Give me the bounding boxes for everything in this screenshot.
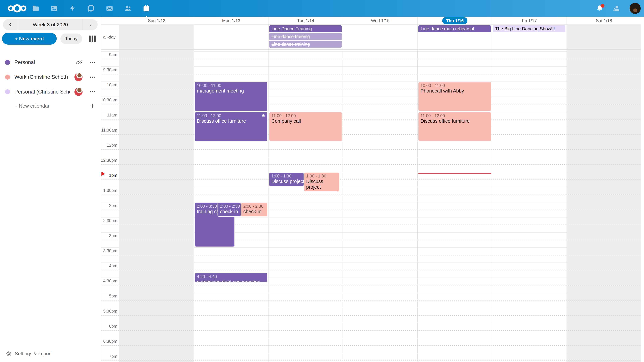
all-day-cell[interactable] (343, 25, 418, 49)
all-day-event[interactable]: Line dance main rehearsal (418, 25, 491, 32)
day-header-wed[interactable]: Wed 1/15 (343, 17, 418, 24)
event-check-in[interactable]: 2:00 - 2:30check-in (241, 202, 268, 217)
quarter-gridline (101, 270, 641, 270)
active-app-caret (143, 16, 150, 19)
calendar-color-dot (5, 75, 10, 80)
settings-and-import[interactable]: Settings & import (0, 348, 106, 359)
day-header-sun[interactable]: Sun 1/12 (119, 17, 194, 24)
time-label: 4:30pm (101, 279, 117, 283)
nextcloud-logo[interactable] (7, 2, 27, 14)
day-header-mon[interactable]: Mon 1/13 (194, 17, 268, 24)
quarter-gridline (101, 346, 641, 346)
share-link-icon[interactable] (76, 59, 82, 65)
app-activity-icon[interactable] (69, 4, 76, 12)
scrollbar-track[interactable] (641, 17, 644, 362)
day-header-tue[interactable]: Tue 1/14 (268, 17, 343, 24)
event-discuss-project-announcement[interactable]: 1:00 - 1:30Discuss project announcement (304, 172, 340, 192)
all-day-event[interactable]: The Big Line Dancing Show!!! (493, 25, 566, 32)
day-header-fri[interactable]: Fri 1/17 (492, 17, 567, 24)
app-talk-icon[interactable] (87, 4, 95, 12)
hour-gridline (101, 293, 641, 293)
day-header-sat[interactable]: Sat 1/18 (566, 17, 641, 24)
all-day-cell[interactable] (119, 25, 194, 49)
quarter-gridline (101, 149, 641, 150)
event-title: Discuss office furniture (197, 118, 266, 124)
calendar-color-dot (5, 89, 10, 94)
shared-by-avatar (74, 88, 82, 96)
quarter-gridline (101, 195, 641, 195)
app-calendar-icon[interactable] (142, 4, 150, 12)
calendar-item-3[interactable]: Personal (Christine Scho... (0, 84, 100, 99)
event-discuss-office-furniture[interactable]: 11:00 - 12:00Discuss office furniture (194, 112, 268, 141)
event-title: check-in (220, 209, 239, 214)
time-label: 5pm (101, 294, 117, 299)
app-photos-icon[interactable] (50, 4, 58, 12)
hour-gridline (101, 308, 641, 308)
hour-gridline (101, 81, 641, 82)
time-label: 9am (101, 52, 117, 57)
next-week-button[interactable] (82, 19, 98, 30)
user-avatar[interactable] (630, 3, 641, 14)
today-button[interactable]: Today (60, 33, 82, 44)
quarter-gridline (101, 285, 641, 285)
event-phonecall-with-abby[interactable]: 10:00 - 11:00Phonecall with Abby (418, 82, 492, 111)
event-company-call[interactable]: 11:00 - 12:00Company call (269, 112, 342, 141)
calendar-menu-icon[interactable] (89, 59, 96, 65)
event-time: 11:00 - 12:00 (197, 113, 266, 118)
event-time: 11:00 - 12:00 (271, 113, 340, 118)
week-label[interactable]: Week 3 of 2020 (18, 22, 82, 27)
all-day-cell[interactable] (566, 25, 641, 49)
event-management-meeting[interactable]: 10:00 - 11:00management meeting (194, 82, 268, 111)
all-day-event[interactable]: Line Dance Training (269, 25, 342, 32)
quarter-gridline (101, 361, 641, 361)
app-files-icon[interactable] (32, 4, 40, 12)
event-time: 11:00 - 12:00 (420, 113, 489, 118)
all-day-event[interactable]: Line dance training (269, 33, 342, 40)
today-pill: Thu 1/16 (442, 17, 467, 24)
calendar-item-2[interactable]: Work (Christine Schott) (0, 70, 100, 84)
hour-gridline (101, 323, 641, 323)
time-label: 6pm (101, 324, 117, 329)
time-label: 12pm (101, 143, 117, 148)
contacts-menu-icon[interactable] (613, 5, 620, 12)
event-time: 4:20 - 4:40 (197, 274, 266, 279)
calendar-menu-icon[interactable] (89, 89, 96, 95)
hour-gridline (101, 338, 641, 338)
event-time: 1:00 - 1:30 (306, 174, 338, 178)
event-title: Discuss project announcement (271, 178, 301, 184)
previous-week-button[interactable] (3, 19, 18, 30)
hour-gridline (101, 232, 641, 233)
quarter-gridline (101, 74, 641, 74)
topbar-right (596, 0, 641, 17)
event-time: 10:00 - 11:00 (420, 83, 489, 88)
event-check-in[interactable]: 2:00 - 2:30check-in (218, 202, 241, 217)
new-calendar-button[interactable]: + New calendar (0, 99, 100, 113)
day-header-thu[interactable]: Thu 1/16 (418, 17, 492, 24)
quarter-gridline (101, 255, 641, 255)
time-label: 10am (101, 82, 117, 87)
event-purchasing-dept-conversation[interactable]: 4:20 - 4:40purchasing dept conversation (194, 273, 268, 282)
time-label: 11:30am (101, 128, 117, 133)
calendar-item-1[interactable]: Personal (0, 55, 100, 70)
quarter-gridline (101, 300, 641, 301)
hour-gridline (101, 51, 641, 52)
new-event-button[interactable]: + New event (2, 33, 57, 44)
quarter-gridline (101, 240, 641, 240)
time-label: 11am (101, 113, 117, 117)
notifications-bell-icon[interactable] (596, 5, 604, 12)
hour-gridline (101, 172, 641, 172)
quarter-gridline (101, 59, 641, 59)
app-contacts-icon[interactable] (124, 4, 132, 12)
hour-gridline (101, 187, 641, 187)
calendar-menu-icon[interactable] (89, 74, 96, 80)
top-bar (0, 0, 644, 17)
quarter-gridline (101, 210, 641, 210)
event-discuss-project-announcement[interactable]: 1:00 - 1:30Discuss project announcement (269, 172, 304, 187)
event-discuss-office-furniture[interactable]: 11:00 - 12:00Discuss office furniture (418, 112, 492, 141)
all-day-cell[interactable] (194, 25, 268, 49)
all-day-event[interactable]: Line dance training (269, 41, 342, 48)
calendar-name: Personal (Christine Scho... (14, 89, 70, 95)
app-mail-icon[interactable] (106, 4, 113, 12)
view-mode-icon[interactable] (88, 35, 96, 42)
event-title: Phonecall with Abby (420, 88, 489, 94)
